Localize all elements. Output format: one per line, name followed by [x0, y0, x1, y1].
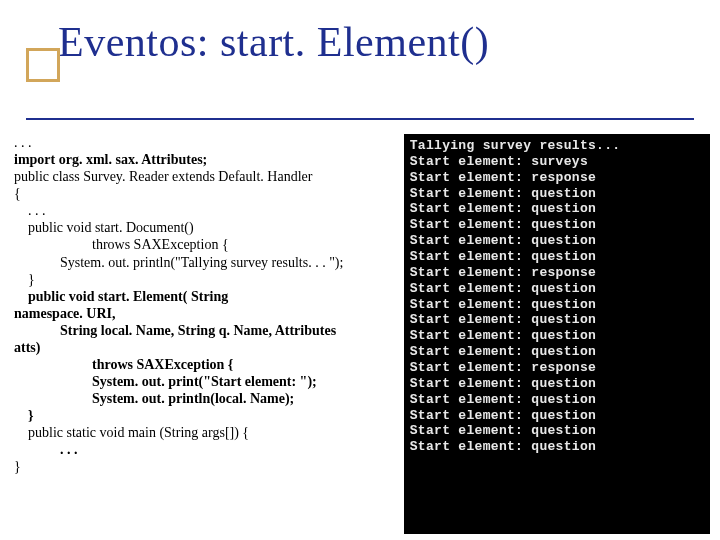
decorative-square [26, 48, 60, 82]
terminal-line: Start element: question [410, 392, 704, 408]
terminal-line: Start element: question [410, 328, 704, 344]
terminal-line: Start element: question [410, 439, 704, 455]
code-line: public class Survey. Reader extends Defa… [14, 168, 398, 185]
code-line: public static void main (String args[]) … [14, 424, 398, 441]
terminal-line: Start element: question [410, 233, 704, 249]
code-line: . . . [14, 441, 398, 458]
title-area: Eventos: start. Element() [0, 0, 720, 74]
terminal-output: Tallying survey results... Start element… [404, 134, 710, 534]
code-line: public void start. Document() [14, 219, 398, 236]
code-line: System. out. println("Tallying survey re… [14, 254, 398, 271]
terminal-line: Start element: response [410, 360, 704, 376]
title-underline [26, 118, 694, 120]
code-line: . . . [14, 202, 398, 219]
code-line: import org. xml. sax. Attributes; [14, 151, 398, 168]
terminal-line: Start element: question [410, 423, 704, 439]
code-line: throws SAXException { [14, 356, 398, 373]
code-line: . . . [14, 134, 398, 151]
code-line: } [14, 271, 398, 288]
code-line: System. out. print("Start element: "); [14, 373, 398, 390]
terminal-line: Start element: question [410, 408, 704, 424]
page-number: 49 [690, 516, 704, 532]
code-line: } [14, 458, 398, 475]
terminal-line: Start element: question [410, 201, 704, 217]
code-line: System. out. println(local. Name); [14, 390, 398, 407]
code-line: public void start. Element( String [14, 288, 398, 305]
terminal-line: Start element: response [410, 265, 704, 281]
code-line: namespace. URI, [14, 305, 398, 322]
terminal-line: Start element: question [410, 312, 704, 328]
terminal-line: Start element: question [410, 249, 704, 265]
terminal-line: Start element: question [410, 281, 704, 297]
terminal-line: Start element: question [410, 297, 704, 313]
code-line: } [14, 407, 398, 424]
code-line: throws SAXException { [14, 236, 398, 253]
terminal-line: Start element: surveys [410, 154, 704, 170]
slide-title: Eventos: start. Element() [58, 18, 720, 66]
terminal-line: Tallying survey results... [410, 138, 704, 154]
code-line: atts) [14, 339, 398, 356]
terminal-line: Start element: question [410, 217, 704, 233]
terminal-line: Start element: response [410, 170, 704, 186]
code-line: { [14, 185, 398, 202]
terminal-line: Start element: question [410, 376, 704, 392]
terminal-line: Start element: question [410, 344, 704, 360]
terminal-line: Start element: question [410, 186, 704, 202]
code-block: . . . import org. xml. sax. Attributes; … [14, 134, 398, 534]
content-area: . . . import org. xml. sax. Attributes; … [14, 134, 710, 534]
code-line: String local. Name, String q. Name, Attr… [14, 322, 398, 339]
